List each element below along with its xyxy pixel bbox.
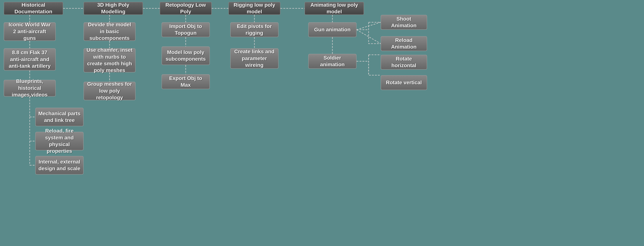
header-historical: Historical Documentation xyxy=(4,2,63,15)
node-rotate-horizontal: Rotate horizontal xyxy=(381,55,427,70)
node-devide-model: Devide the model in basic subcomponents xyxy=(84,22,136,41)
node-shoot-animation: Shoot Animation xyxy=(381,15,427,30)
node-flak37: 8.8 cm Flak 37 anti-aircraft and anti-ta… xyxy=(4,48,56,70)
node-gun-animation: Gun animation xyxy=(308,22,356,37)
node-iconic-ww2: Iconic World War 2 anti-aircraft guns xyxy=(4,22,56,41)
node-edit-pivots: Edit pivots for rigging xyxy=(230,22,278,37)
svg-line-21 xyxy=(356,30,381,44)
svg-line-20 xyxy=(356,22,381,30)
node-rotate-vertical: Rotate vertical xyxy=(381,75,427,90)
node-blueprints: Blueprints, historical images,videos xyxy=(4,80,56,96)
node-import-topogun: Import Obj to Topogun xyxy=(162,22,210,37)
node-chamfer: Use chamfer, inset with nurbs to create … xyxy=(84,48,136,72)
node-create-links: Create links and parameter wireing xyxy=(230,48,278,69)
node-reload-fire: Reload, fire system and physical propert… xyxy=(35,132,84,150)
node-model-low-poly: Model low poly subcomponents xyxy=(162,46,210,65)
node-mechanical-parts: Mechanical parts and link tree xyxy=(35,108,84,126)
header-3d-modelling: 3D High Poly Modelling xyxy=(84,2,143,15)
node-internal-external: Internal, external design and scale xyxy=(35,156,84,174)
header-rigging: Rigging low poly model xyxy=(228,2,280,15)
node-export-max: Export Obj to Max xyxy=(162,74,210,89)
header-retopology: Retopology Low Poly xyxy=(160,2,212,15)
header-animating: Animating low poly model xyxy=(304,2,364,15)
node-group-meshes: Group meshes for low poly retopology xyxy=(84,82,136,100)
node-soldier-animation: Soldier animation xyxy=(308,54,356,69)
node-reload-animation: Reload Animation xyxy=(381,36,427,51)
